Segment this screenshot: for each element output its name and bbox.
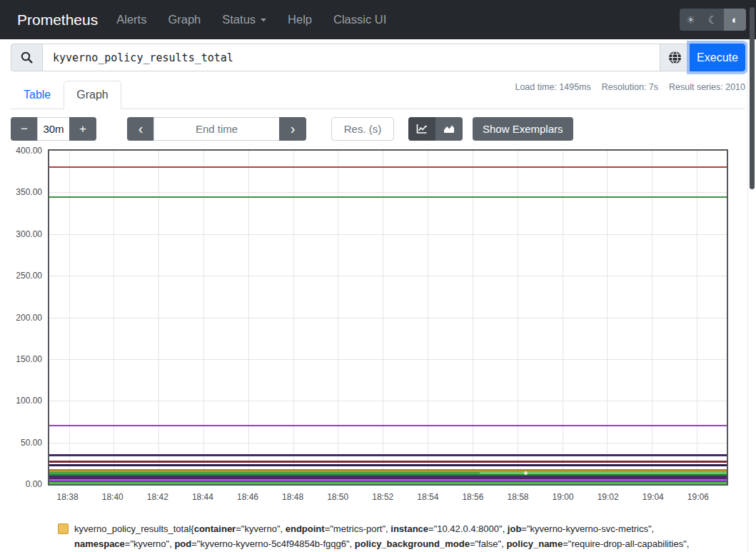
horizontal-gridline: [49, 318, 727, 318]
series-line: [49, 454, 727, 456]
theme-toggle-group: ☀ ☾ ◐: [680, 9, 746, 31]
dark-theme-button[interactable]: ☾: [702, 9, 724, 31]
nav-items: Alerts Graph Status Help Classic UI: [116, 13, 386, 26]
nav-item-status-label: Status: [222, 13, 256, 26]
show-exemplars-button[interactable]: Show Exemplars: [473, 117, 573, 141]
range-input[interactable]: [37, 117, 70, 141]
search-icon-addon: [11, 44, 43, 71]
x-axis-labels: 18:3818:4018:4218:4418:4618:4818:5018:52…: [48, 490, 728, 504]
brand-link[interactable]: Prometheus: [17, 11, 98, 29]
series-line: [49, 425, 727, 426]
y-tick-label: 150.00: [16, 354, 42, 364]
caret-down-icon: [261, 19, 266, 21]
query-bar: Execute: [11, 44, 745, 71]
line-chart-icon: [416, 124, 428, 134]
x-tick-label: 18:50: [327, 492, 348, 502]
nav-item-classic-ui-label: Classic UI: [333, 13, 386, 26]
nav-item-status-dropdown[interactable]: Status: [222, 13, 266, 26]
series-segment: [480, 472, 727, 474]
series-line: [49, 166, 727, 168]
horizontal-gridline: [49, 401, 727, 401]
y-tick-label: 50.00: [21, 438, 42, 448]
search-icon: [21, 51, 33, 64]
light-theme-button[interactable]: ☀: [680, 9, 702, 31]
nav-item-alerts-label: Alerts: [116, 13, 146, 26]
chart-type-toggle: [408, 117, 463, 141]
y-tick-label: 300.00: [16, 229, 42, 239]
moon-icon: ☾: [708, 14, 717, 26]
horizontal-gridline: [49, 443, 727, 443]
horizontal-gridline: [49, 359, 727, 360]
x-tick-label: 18:56: [462, 492, 483, 502]
x-tick-label: 18:54: [417, 492, 438, 502]
x-tick-label: 18:38: [57, 492, 79, 502]
line-chart-toggle-button[interactable]: [408, 117, 435, 141]
nav-item-help-label: Help: [288, 13, 312, 26]
graph-legend: kyverno_policy_results_total{container="…: [11, 522, 745, 552]
legend-swatch: [58, 523, 69, 534]
x-tick-label: 19:00: [553, 492, 574, 502]
plot-area[interactable]: [48, 149, 728, 486]
y-axis-labels: 0.0050.00100.00150.00200.00250.00300.003…: [11, 149, 42, 486]
sun-icon: ☀: [686, 14, 695, 26]
x-tick-label: 18:42: [147, 492, 168, 502]
y-tick-label: 0.00: [26, 479, 42, 489]
x-tick-label: 19:04: [642, 492, 664, 502]
auto-theme-button[interactable]: ◐: [724, 9, 746, 31]
query-stats: Load time: 1495ms Resolution: 7s Result …: [515, 82, 745, 92]
x-tick-label: 19:02: [598, 492, 619, 502]
resolution-stat: Resolution: 7s: [602, 82, 658, 92]
graph-controls: − + ‹ › Show Exemplars: [11, 117, 745, 141]
tabs-bar: Table Graph Load time: 1495ms Resolution…: [11, 79, 745, 109]
time-forward-button[interactable]: ›: [279, 117, 306, 141]
tab-table[interactable]: Table: [11, 81, 64, 109]
y-tick-label: 250.00: [16, 271, 42, 281]
nav-item-graph[interactable]: Graph: [168, 13, 201, 26]
scrollbar-thumb[interactable]: [750, 7, 755, 189]
execute-button[interactable]: Execute: [690, 44, 745, 71]
series-line: [49, 482, 727, 484]
y-tick-label: 100.00: [16, 396, 42, 406]
series-line: [49, 196, 727, 198]
resolution-group: [331, 117, 394, 141]
end-time-group: ‹ ›: [127, 117, 306, 141]
horizontal-gridline: [49, 192, 727, 193]
x-tick-label: 18:52: [372, 492, 393, 502]
stacked-chart-toggle-button[interactable]: [435, 117, 463, 141]
exemplars-group: Show Exemplars: [473, 117, 573, 141]
graph-chart: 0.0050.00100.00150.00200.00250.00300.003…: [11, 146, 745, 503]
nav-item-alerts[interactable]: Alerts: [116, 13, 146, 26]
query-expression-input[interactable]: [42, 44, 660, 71]
y-tick-label: 200.00: [16, 313, 42, 323]
series-line: [49, 464, 727, 466]
legend-label: kyverno_policy_results_total{container="…: [74, 522, 695, 552]
series-line: [49, 461, 727, 463]
metrics-explorer-button[interactable]: [660, 44, 690, 71]
globe-icon: [668, 51, 682, 64]
decrease-range-button[interactable]: −: [11, 117, 38, 141]
tab-graph[interactable]: Graph: [64, 81, 121, 109]
nav-item-graph-label: Graph: [168, 13, 201, 26]
result-series-stat: Result series: 2010: [669, 82, 745, 92]
load-time-stat: Load time: 1495ms: [515, 82, 590, 92]
area-chart-icon: [443, 124, 455, 134]
y-tick-label: 400.00: [16, 146, 42, 156]
increase-range-button[interactable]: +: [69, 117, 96, 141]
resolution-input[interactable]: [331, 117, 394, 141]
x-tick-label: 18:44: [192, 492, 213, 502]
horizontal-gridline: [49, 276, 727, 276]
end-time-input[interactable]: [153, 117, 280, 141]
nav-item-help[interactable]: Help: [288, 13, 312, 26]
contrast-icon: ◐: [732, 14, 738, 26]
x-tick-label: 18:40: [102, 492, 124, 502]
x-tick-label: 18:58: [508, 492, 529, 502]
legend-item[interactable]: kyverno_policy_results_total{container="…: [58, 522, 745, 552]
horizontal-gridline: [49, 234, 727, 235]
navbar: Prometheus Alerts Graph Status Help Clas…: [0, 0, 756, 39]
x-tick-label: 19:06: [687, 492, 709, 502]
range-input-group: − +: [11, 117, 96, 141]
x-tick-label: 18:46: [237, 492, 258, 502]
y-tick-label: 350.00: [16, 187, 42, 197]
time-back-button[interactable]: ‹: [127, 117, 154, 141]
nav-item-classic-ui[interactable]: Classic UI: [333, 13, 386, 26]
